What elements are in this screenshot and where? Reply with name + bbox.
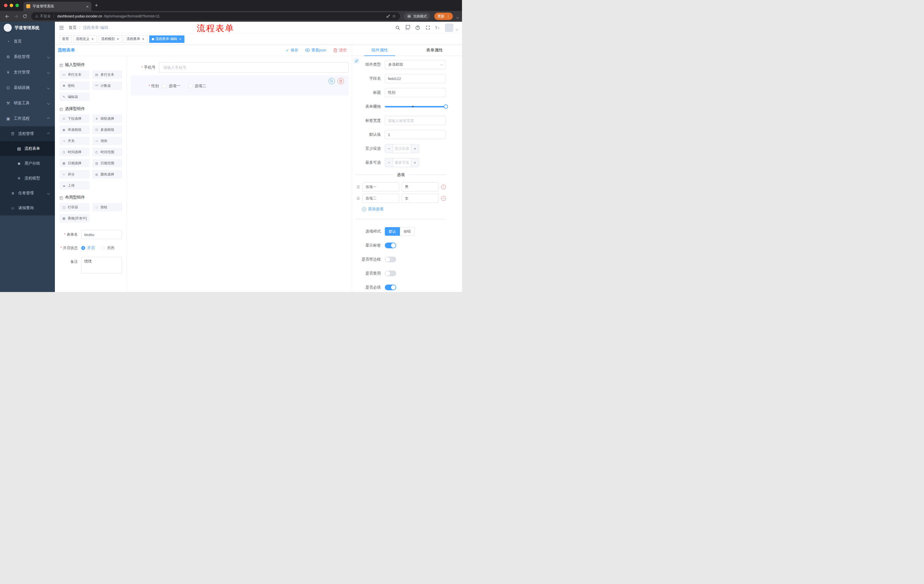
bookmark-star-icon[interactable]: ☆ bbox=[392, 14, 396, 19]
sidebar-menu-item[interactable]: ¥ 支付管理 bbox=[0, 64, 55, 80]
chevron-down-icon[interactable] bbox=[456, 16, 459, 18]
increase-button[interactable]: + bbox=[411, 158, 419, 167]
decrease-button[interactable]: − bbox=[385, 144, 393, 153]
status-on-radio[interactable]: 开启 bbox=[81, 245, 95, 250]
tag-view[interactable]: 流程表单 × bbox=[124, 35, 147, 43]
remove-option-icon[interactable]: − bbox=[441, 196, 446, 201]
sidebar-submenu-item[interactable]: ☰ 流程管理 bbox=[0, 126, 55, 141]
form-name-input[interactable] bbox=[81, 230, 122, 239]
delete-component-icon[interactable] bbox=[338, 78, 344, 84]
sidebar-submenu-item[interactable]: ☺ 请假查询 bbox=[0, 201, 55, 216]
fullscreen-icon[interactable] bbox=[425, 25, 431, 31]
palette-component[interactable]: ☑ 多选框组 bbox=[92, 125, 122, 134]
help-icon[interactable] bbox=[415, 25, 421, 31]
decrease-button[interactable]: − bbox=[385, 158, 393, 167]
tab-component-props[interactable]: 组件属性 bbox=[352, 44, 407, 56]
gender-checkbox-option-2[interactable]: 选项二 bbox=[188, 84, 206, 89]
toggle-switch[interactable] bbox=[385, 271, 396, 276]
style-default-button[interactable]: 默认 bbox=[385, 227, 400, 236]
app-logo[interactable]: 芋道管理系统 bbox=[0, 22, 55, 34]
palette-component[interactable]: ◉ 单选框组 bbox=[59, 125, 89, 134]
form-remark-input[interactable]: 嘿嘿 bbox=[81, 257, 122, 273]
tag-close-icon[interactable]: × bbox=[91, 37, 94, 41]
window-close-button[interactable] bbox=[4, 4, 7, 7]
user-avatar[interactable] bbox=[445, 23, 454, 32]
browser-tab[interactable]: 芋道管理系统 × bbox=[23, 2, 91, 11]
palette-component[interactable]: ◷ 时间选择 bbox=[59, 148, 89, 156]
sidebar-toggle-button[interactable] bbox=[59, 25, 64, 30]
sidebar-submenu-item[interactable]: ▤ 流程表单 bbox=[0, 141, 55, 156]
sidebar-menu-item[interactable]: ⚙ 系统管理 bbox=[0, 49, 55, 64]
reload-button[interactable] bbox=[21, 13, 29, 20]
palette-component[interactable]: ⊸ 滑块 bbox=[92, 137, 122, 145]
remove-option-icon[interactable]: − bbox=[441, 184, 446, 189]
min-select-input[interactable] bbox=[393, 144, 411, 153]
search-icon[interactable] bbox=[395, 25, 401, 31]
palette-component[interactable]: ▤ 多行文本 bbox=[92, 70, 122, 79]
selected-component-gender[interactable]: 性别 选项一 选项二 bbox=[130, 76, 348, 95]
max-select-input[interactable] bbox=[393, 158, 411, 167]
view-json-button[interactable]: 查看json bbox=[305, 48, 326, 53]
tag-view[interactable]: 流程表单-编辑 × bbox=[149, 35, 185, 43]
style-button-button[interactable]: 按钮 bbox=[400, 227, 415, 236]
status-off-radio[interactable]: 关闭 bbox=[101, 245, 114, 250]
back-button[interactable] bbox=[3, 13, 11, 20]
sidebar-submenu-item[interactable]: ✈ 流程模型 bbox=[0, 171, 55, 186]
tab-form-props[interactable]: 表单属性 bbox=[407, 44, 462, 56]
sidebar-submenu-item[interactable]: ⋔ 任务管理 bbox=[0, 186, 55, 201]
palette-component[interactable]: ☆ 评分 bbox=[59, 170, 89, 179]
palette-component[interactable]: □ 按钮 bbox=[92, 203, 122, 211]
option-label-input[interactable] bbox=[363, 182, 399, 191]
browser-menu-icon[interactable]: ⋮ bbox=[445, 14, 451, 18]
palette-component[interactable]: ◴ 时间范围 bbox=[92, 148, 122, 156]
palette-component[interactable]: ⋔ 级联选择 bbox=[92, 114, 122, 123]
component-type-select[interactable]: 多选框组 bbox=[385, 60, 446, 69]
new-tab-button[interactable]: + bbox=[95, 3, 98, 8]
palette-component[interactable]: ¹²³ 计数器 bbox=[92, 81, 122, 90]
sidebar-menu-item[interactable]: ▣ 工作流程 bbox=[0, 111, 55, 126]
palette-component[interactable]: ▦ 日期选择 bbox=[59, 159, 89, 168]
default-value-input[interactable] bbox=[385, 130, 446, 139]
tag-view[interactable]: 首页 × bbox=[59, 35, 71, 43]
title-input[interactable] bbox=[385, 88, 446, 97]
tag-view[interactable]: 流程定义 × bbox=[73, 35, 97, 43]
palette-component[interactable]: ⊙ 下拉选择 bbox=[59, 114, 89, 123]
palette-component[interactable]: ✎ 编辑器 bbox=[59, 92, 89, 101]
copy-component-icon[interactable] bbox=[328, 78, 335, 84]
form-canvas[interactable]: 手机号 bbox=[127, 56, 352, 292]
option-value-input[interactable] bbox=[402, 182, 439, 191]
palette-component[interactable]: ▭ 单行文本 bbox=[59, 70, 89, 79]
window-zoom-button[interactable] bbox=[15, 4, 19, 7]
github-icon[interactable] bbox=[405, 25, 411, 31]
sidebar-menu-item[interactable]: ⚒ 研发工具 bbox=[0, 95, 55, 111]
tag-close-icon[interactable]: × bbox=[116, 37, 120, 41]
palette-component[interactable]: ▦ 表格[开发中] bbox=[59, 214, 89, 222]
sidebar-submenu-item[interactable]: ☻ 用户分组 bbox=[0, 156, 55, 171]
tab-close-icon[interactable]: × bbox=[86, 4, 89, 8]
toggle-switch[interactable] bbox=[385, 257, 396, 262]
avatar-caret-icon[interactable] bbox=[456, 28, 459, 31]
option-value-input[interactable] bbox=[402, 194, 439, 203]
link-icon[interactable] bbox=[354, 58, 360, 64]
tag-close-icon[interactable]: × bbox=[179, 37, 182, 41]
drag-handle-icon[interactable]: ☰ bbox=[356, 185, 360, 189]
phone-input[interactable] bbox=[159, 62, 348, 72]
tag-view[interactable]: 流程模型 × bbox=[99, 35, 122, 43]
window-minimize-button[interactable] bbox=[10, 4, 13, 7]
breadcrumb-home-link[interactable]: 首页 bbox=[69, 25, 77, 30]
increase-button[interactable]: + bbox=[411, 144, 419, 153]
drag-handle-icon[interactable]: ☰ bbox=[356, 196, 360, 201]
address-bar[interactable]: ⚠ 不安全 dashboard.yudao.iocoder.cn/bpm/man… bbox=[31, 12, 400, 20]
add-option-button[interactable]: + 添加选项 bbox=[362, 207, 446, 212]
sidebar-menu-item[interactable]: ⊡ 基础设施 bbox=[0, 80, 55, 95]
sidebar-menu-item[interactable]: ◔ 首页 bbox=[0, 34, 55, 49]
forward-button[interactable] bbox=[12, 13, 20, 20]
toggle-switch[interactable] bbox=[385, 243, 396, 248]
save-button[interactable]: ✓ 保存 bbox=[286, 48, 299, 53]
palette-component[interactable]: ▥ 日期范围 bbox=[92, 159, 122, 168]
clear-button[interactable]: 清空 bbox=[333, 48, 347, 53]
toggle-switch[interactable] bbox=[385, 285, 396, 290]
slider-handle[interactable] bbox=[444, 105, 448, 109]
phone-field-row[interactable]: 手机号 bbox=[130, 62, 348, 72]
font-size-icon[interactable]: TT bbox=[435, 25, 441, 31]
